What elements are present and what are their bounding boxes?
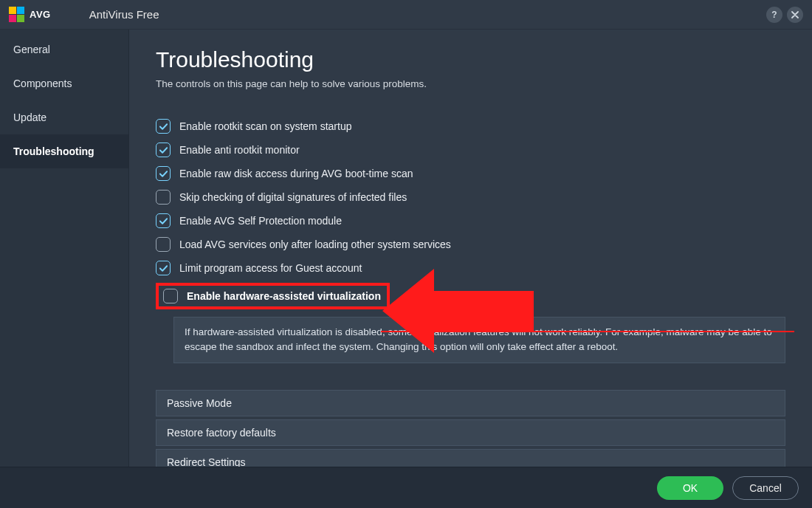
option-row: Enable rootkit scan on system startup <box>156 114 785 138</box>
sidebar-item-general[interactable]: General <box>0 32 128 66</box>
checkbox[interactable] <box>156 143 171 157</box>
help-icon: ? <box>771 10 777 20</box>
content-pane: Troubleshooting The controls on this pag… <box>129 30 812 467</box>
avg-logo-icon <box>9 7 25 23</box>
checkbox-label: Enable hardware-assisted virtualization <box>187 290 381 302</box>
page-title: Troubleshooting <box>156 47 785 72</box>
footer: OK Cancel <box>0 467 812 508</box>
checkbox-label: Load AVG services only after loading oth… <box>179 238 451 250</box>
checkbox[interactable] <box>156 237 171 252</box>
checkbox-label: Limit program access for Guest account <box>179 262 362 274</box>
sidebar-item-components[interactable]: Components <box>0 66 128 100</box>
action-redirect-settings[interactable]: Redirect Settings <box>156 449 785 467</box>
option-row: Skip checking of digital signatures of i… <box>156 185 785 209</box>
option-row: Limit program access for Guest account <box>156 256 785 280</box>
app-title: AntiVirus Free <box>89 8 159 21</box>
checkbox[interactable] <box>156 119 171 134</box>
checkbox[interactable] <box>156 190 171 205</box>
checkbox-label: Enable raw disk access during AVG boot-t… <box>179 168 413 179</box>
ok-button[interactable]: OK <box>657 476 723 500</box>
check-icon <box>159 122 168 131</box>
checkbox[interactable] <box>156 261 171 275</box>
check-icon <box>159 145 168 155</box>
check-icon <box>159 169 168 179</box>
option-row: Enable raw disk access during AVG boot-t… <box>156 162 785 185</box>
checkbox-label: Enable anti rootkit monitor <box>179 144 300 156</box>
logo-text: AVG <box>30 9 51 20</box>
checkbox-enable-hw-virtualization[interactable] <box>163 289 178 303</box>
options-list: Enable rootkit scan on system startupEna… <box>156 114 785 280</box>
app-logo: AVG <box>9 7 51 23</box>
checkbox-label: Enable rootkit scan on system startup <box>179 120 351 132</box>
action-list: Passive Mode Restore factory defaults Re… <box>156 390 785 467</box>
checkbox-label: Enable AVG Self Protection module <box>179 215 342 227</box>
checkbox[interactable] <box>156 213 171 228</box>
option-row: Load AVG services only after loading oth… <box>156 233 785 256</box>
sidebar-item-troubleshooting[interactable]: Troubleshooting <box>0 134 128 168</box>
checkbox-label: Skip checking of digital signatures of i… <box>179 191 407 203</box>
page-subtitle: The controls on this page can help to so… <box>156 78 785 89</box>
close-button[interactable] <box>787 7 803 23</box>
sidebar-item-update[interactable]: Update <box>0 100 128 134</box>
cancel-button[interactable]: Cancel <box>732 476 799 500</box>
info-text: If hardware-assisted virtualization is d… <box>173 317 785 363</box>
option-row: Enable anti rootkit monitor <box>156 138 785 162</box>
titlebar: AVG AntiVirus Free ? <box>0 0 812 30</box>
sidebar: General Components Update Troubleshootin… <box>0 30 129 467</box>
option-row: Enable AVG Self Protection module <box>156 209 785 233</box>
action-passive-mode[interactable]: Passive Mode <box>156 390 785 416</box>
checkbox[interactable] <box>156 166 171 181</box>
close-icon <box>791 11 799 18</box>
action-restore-defaults[interactable]: Restore factory defaults <box>156 419 785 446</box>
highlighted-option-box: Enable hardware-assisted virtualization <box>156 283 390 309</box>
check-icon <box>159 216 168 226</box>
check-icon <box>159 264 168 273</box>
help-button[interactable]: ? <box>766 7 782 23</box>
